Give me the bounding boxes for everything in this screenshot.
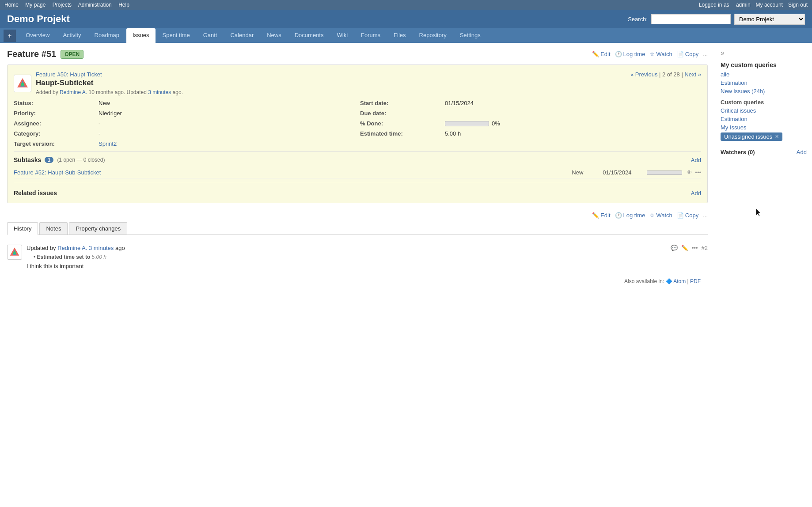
bottom-clock-icon: 🕐 [615,212,622,219]
issue-actions: ✏️ Edit 🕐 Log time ☆ Watch 📄 Copy ... [592,51,708,57]
watch-button[interactable]: ☆ Watch [649,51,672,57]
atom-link[interactable]: Atom [673,278,686,284]
tab-history[interactable]: History [7,222,38,235]
related-title: Related issues [14,189,57,197]
search-input[interactable] [651,14,731,24]
sidebar-query-my-issues[interactable]: My Issues [721,124,807,131]
content-area: Feature #51 OPEN ✏️ Edit 🕐 Log time ☆ Wa… [0,43,715,295]
sidebar-query-estimation-my[interactable]: Estimation [721,79,807,86]
history-note: I think this is important [27,263,708,269]
tab-notes[interactable]: Notes [39,222,68,235]
bottom-edit-button[interactable]: ✏️ Edit [592,212,610,219]
sidebar-query-alle[interactable]: alle [721,71,807,78]
subtasks-section: Subtasks 1 (1 open — 0 closed) Add Featu… [14,156,701,178]
sidebar-query-critical[interactable]: Critical issues [721,107,807,114]
subtask-link[interactable]: Feature #52: Haupt-Sub-Subticket [14,169,567,176]
sidebar-expand-icon[interactable]: » [721,49,807,57]
sidebar-query-estimation-custom[interactable]: Estimation [721,116,807,122]
edit-icon: ✏️ [592,51,599,57]
done-percent: 0% [492,120,500,127]
bottom-copy-button[interactable]: 📄 Copy [677,212,698,219]
tab-gantt[interactable]: Gantt [197,28,224,43]
history-edit-icon[interactable]: ✏️ [681,245,688,251]
tab-issues[interactable]: Issues [126,28,156,43]
username-link[interactable]: admin [736,2,751,8]
subtasks-add-link[interactable]: Add [691,157,701,163]
sprint-link[interactable]: Sprint2 [99,140,117,147]
issue-title-row: Feature #51 OPEN [7,49,83,59]
svg-point-5 [13,251,16,254]
tab-roadmap[interactable]: Roadmap [88,28,125,43]
history-header: Updated by Redmine A. 3 minutes ago 💬 ✏️… [27,245,708,251]
category-value: - [99,130,355,137]
tab-forums[interactable]: Forums [355,28,387,43]
project-select[interactable]: Demo Projekt [734,14,805,25]
top-bar-left: Home My page Projects Administration Hel… [4,2,135,8]
done-label: % Done: [360,120,440,127]
history-author-link[interactable]: Redmine A. [57,245,87,251]
tab-news[interactable]: News [261,28,288,43]
more-button[interactable]: ... [703,51,708,57]
start-date-value: 01/15/2024 [445,100,701,106]
nav-projects[interactable]: Projects [53,2,72,8]
sidebar-query-new-issues[interactable]: New issues (24h) [721,88,807,95]
copy-button[interactable]: 📄 Copy [677,51,698,57]
assignee-value: - [99,120,355,127]
issue-meta: Added by Redmine A. 10 months ago. Updat… [36,89,183,95]
start-date-label: Start date: [360,100,440,106]
parent-link[interactable]: Feature #50: Haupt Ticket [36,71,102,78]
project-title: Demo Projekt [7,13,70,25]
tab-wiki[interactable]: Wiki [330,28,354,43]
top-bar: Home My page Projects Administration Hel… [0,0,812,10]
active-query-close[interactable]: ✕ [775,134,779,140]
issue-detail-box: Feature #50: Haupt Ticket Haupt-Subticke… [7,64,708,203]
assignee-label: Assignee: [14,120,93,127]
page-footer: Also available in: 🔷 Atom | PDF [7,274,708,289]
tab-repository[interactable]: Repository [413,28,453,43]
prev-link[interactable]: « Previous [630,71,657,78]
tab-calendar[interactable]: Calendar [224,28,260,43]
progress-bar [445,121,489,126]
history-comment-icon[interactable]: 💬 [671,245,678,251]
bottom-watch-button[interactable]: ☆ Watch [649,212,672,219]
tab-spent-time[interactable]: Spent time [156,28,196,43]
category-label: Category: [14,130,93,137]
history-content: Updated by Redmine A. 3 minutes ago 💬 ✏️… [27,245,708,269]
author-link[interactable]: Redmine A. [60,89,87,95]
history-time-link[interactable]: 3 minutes [89,245,114,251]
tab-settings[interactable]: Settings [454,28,487,43]
bottom-more-button[interactable]: ... [703,212,708,219]
log-time-button[interactable]: 🕐 Log time [615,51,645,57]
priority-label: Priority: [14,110,93,117]
subtask-watch-icon[interactable]: 👁 [687,169,692,176]
plus-button[interactable]: + [4,30,16,42]
subtask-more-icon[interactable]: ••• [695,169,701,176]
nav-mypage[interactable]: My page [25,2,46,8]
my-account-link[interactable]: My account [756,2,783,8]
watchers-add-link[interactable]: Add [797,149,807,155]
tab-property-changes[interactable]: Property changes [69,222,127,235]
pagination-current: 2 of 28 [662,71,680,78]
updated-time-link[interactable]: 3 minutes [148,89,171,95]
issue-name: Haupt-Subticket [36,79,183,87]
sign-out-link[interactable]: Sign out [788,2,808,8]
tab-documents[interactable]: Documents [288,28,330,43]
nav-help[interactable]: Help [118,2,129,8]
clock-icon: 🕐 [615,51,622,57]
pdf-link[interactable]: PDF [690,278,701,284]
tab-overview[interactable]: Overview [19,28,56,43]
history-entry: Updated by Redmine A. 3 minutes ago 💬 ✏️… [7,240,708,274]
bottom-copy-icon: 📄 [677,212,684,219]
next-link[interactable]: Next » [684,71,701,78]
nav-admin[interactable]: Administration [78,2,112,8]
history-entry-number: #2 [702,245,708,251]
tab-activity[interactable]: Activity [57,28,87,43]
bottom-log-time-button[interactable]: 🕐 Log time [615,212,645,219]
edit-button[interactable]: ✏️ Edit [592,51,610,57]
subtask-row: Feature #52: Haupt-Sub-Subticket New 01/… [14,167,701,178]
tab-files[interactable]: Files [387,28,412,43]
history-more-icon[interactable]: ••• [692,245,698,251]
cursor-area [756,208,807,219]
nav-home[interactable]: Home [4,2,19,8]
related-add-link[interactable]: Add [691,190,701,197]
